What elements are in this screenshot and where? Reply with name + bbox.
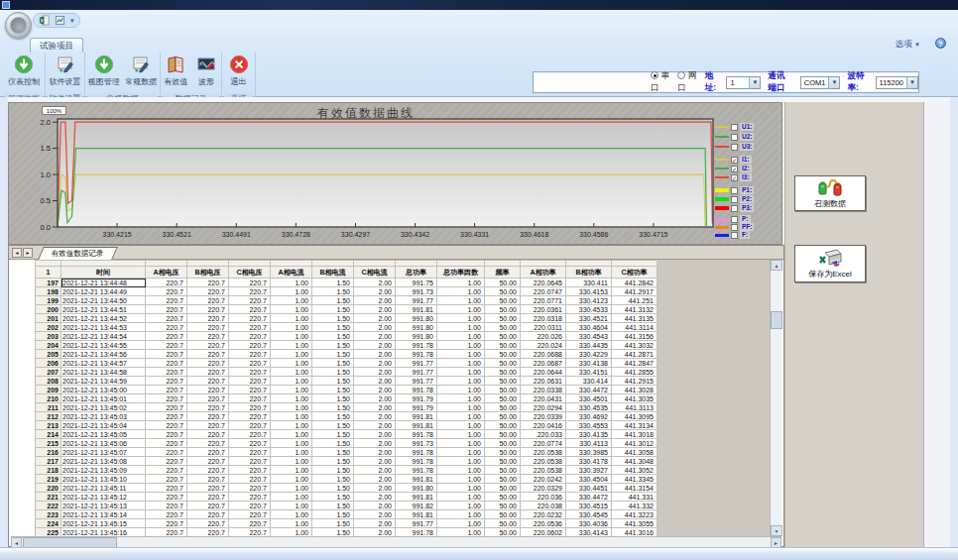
table-cell[interactable]: 50.00 bbox=[485, 332, 521, 341]
table-cell[interactable]: 220.7 bbox=[187, 466, 229, 475]
table-cell[interactable]: 220.7 bbox=[187, 341, 229, 350]
table-cell[interactable]: 2.00 bbox=[354, 341, 396, 350]
table-cell[interactable]: 330.4451 bbox=[566, 484, 612, 493]
table-cell[interactable]: 220.7 bbox=[187, 519, 229, 528]
table-cell[interactable]: 2.00 bbox=[354, 287, 396, 296]
table-cell[interactable]: 2.00 bbox=[354, 403, 396, 412]
row-header-cell[interactable]: 201 bbox=[36, 314, 61, 323]
table-cell[interactable]: 991.78 bbox=[396, 386, 437, 394]
legend-checkbox-P3[interactable] bbox=[731, 205, 738, 212]
table-cell[interactable]: 220.0431 bbox=[521, 394, 566, 403]
table-cell[interactable]: 2021-12-21 13:45:15 bbox=[61, 519, 146, 528]
legend-checkbox-I1[interactable]: ✓ bbox=[731, 157, 738, 164]
table-cell[interactable]: 1.50 bbox=[312, 350, 354, 359]
table-cell[interactable]: 1.00 bbox=[271, 279, 312, 287]
table-cell[interactable]: 1.50 bbox=[312, 519, 354, 528]
table-cell[interactable]: 220.7 bbox=[146, 439, 187, 448]
table-cell[interactable]: 991.78 bbox=[396, 448, 437, 457]
table-cell[interactable]: 220.0339 bbox=[521, 412, 566, 421]
row-header-cell[interactable]: 205 bbox=[36, 350, 61, 359]
table-cell[interactable]: 1.50 bbox=[312, 493, 354, 502]
table-cell[interactable]: 441.3345 bbox=[612, 475, 658, 484]
table-cell[interactable]: 2021-12-21 13:45:04 bbox=[61, 421, 146, 430]
table-cell[interactable]: 991.79 bbox=[396, 394, 437, 403]
table-cell[interactable]: 50.00 bbox=[485, 341, 521, 350]
table-cell[interactable]: 220.7 bbox=[187, 421, 229, 430]
table-cell[interactable]: 2.00 bbox=[354, 466, 396, 475]
column-header[interactable]: 时间 bbox=[61, 267, 146, 279]
table-cell[interactable]: 220.7 bbox=[229, 475, 271, 484]
table-cell[interactable]: 1.00 bbox=[437, 448, 485, 457]
waveform-button[interactable]: 波形 bbox=[191, 55, 222, 87]
table-cell[interactable]: 991.73 bbox=[396, 287, 437, 296]
table-cell[interactable]: 2.00 bbox=[354, 457, 396, 466]
table-cell[interactable]: 991.77 bbox=[396, 359, 437, 368]
save-as-excel-button[interactable]: 保存为Excel bbox=[794, 245, 866, 282]
table-cell[interactable]: 330.4501 bbox=[566, 394, 612, 403]
table-cell[interactable]: 220.7 bbox=[229, 519, 271, 528]
table-cell[interactable]: 2021-12-21 13:44:50 bbox=[61, 296, 146, 305]
table-cell[interactable]: 991.81 bbox=[396, 475, 437, 484]
table-cell[interactable]: 220.7 bbox=[146, 296, 187, 305]
regular-data-button[interactable]: 常规数据 bbox=[123, 55, 161, 87]
table-cell[interactable]: 2.00 bbox=[354, 279, 396, 287]
table-cell[interactable]: 220.038 bbox=[521, 502, 566, 510]
legend-checkbox-P2[interactable] bbox=[731, 196, 738, 203]
tab-test-project[interactable]: 试验项目 bbox=[30, 38, 83, 53]
table-cell[interactable]: 1.00 bbox=[271, 466, 312, 475]
table-cell[interactable]: 2021-12-21 13:45:00 bbox=[61, 386, 146, 394]
table-cell[interactable]: 330.4229 bbox=[566, 350, 612, 359]
table-cell[interactable]: 220.0687 bbox=[521, 359, 566, 368]
table-cell[interactable]: 1.50 bbox=[312, 403, 354, 412]
table-cell[interactable]: 2.00 bbox=[354, 350, 396, 359]
table-cell[interactable]: 2.00 bbox=[354, 510, 396, 519]
table-cell[interactable]: 441.3095 bbox=[612, 412, 658, 421]
table-cell[interactable]: 1.50 bbox=[312, 430, 354, 439]
table-cell[interactable]: 220.0232 bbox=[521, 510, 566, 519]
table-cell[interactable]: 1.00 bbox=[271, 323, 312, 332]
help-icon[interactable]: ? bbox=[935, 38, 946, 49]
table-cell[interactable]: 220.7 bbox=[187, 403, 229, 412]
scroll-up-icon[interactable]: ▲ bbox=[771, 260, 782, 271]
table-cell[interactable]: 1.50 bbox=[312, 314, 354, 323]
comm-port-select[interactable]: COM1▼ bbox=[800, 76, 841, 89]
table-cell[interactable]: 441.3058 bbox=[612, 448, 658, 457]
exit-button[interactable]: 退出 bbox=[222, 55, 255, 87]
table-cell[interactable]: 1.00 bbox=[437, 332, 485, 341]
table-cell[interactable]: 441.3035 bbox=[612, 394, 658, 403]
table-cell[interactable]: 991.77 bbox=[396, 519, 437, 528]
table-cell[interactable]: 441.3154 bbox=[612, 484, 658, 493]
table-cell[interactable]: 2.00 bbox=[354, 439, 396, 448]
table-cell[interactable]: 220.7 bbox=[146, 493, 187, 502]
table-cell[interactable]: 220.7 bbox=[146, 475, 187, 484]
options-menu-button[interactable]: 选项 ▼ bbox=[896, 39, 920, 51]
table-cell[interactable]: 441.3012 bbox=[612, 439, 658, 448]
table-cell[interactable]: 441.2915 bbox=[612, 377, 658, 386]
table-cell[interactable]: 2.00 bbox=[354, 332, 396, 341]
table-cell[interactable]: 441.3135 bbox=[612, 314, 658, 323]
table-cell[interactable]: 2021-12-21 13:44:56 bbox=[61, 350, 146, 359]
column-header[interactable]: A相电压 bbox=[146, 267, 187, 279]
table-cell[interactable]: 2.00 bbox=[354, 448, 396, 457]
column-header[interactable]: B相功率 bbox=[566, 267, 612, 279]
sheet-nav-left-icon[interactable]: ◄ bbox=[12, 248, 22, 258]
table-cell[interactable]: 330.4604 bbox=[566, 323, 612, 332]
table-cell[interactable]: 2.00 bbox=[354, 493, 396, 502]
table-cell[interactable]: 1.00 bbox=[437, 466, 485, 475]
table-cell[interactable]: 220.7 bbox=[146, 305, 187, 314]
table-cell[interactable]: 330.3927 bbox=[566, 466, 612, 475]
column-header[interactable]: A相功率 bbox=[521, 267, 566, 279]
table-cell[interactable]: 1.00 bbox=[271, 421, 312, 430]
table-cell[interactable]: 2.00 bbox=[354, 484, 396, 493]
table-cell[interactable]: 220.7 bbox=[229, 279, 271, 287]
table-cell[interactable]: 220.7 bbox=[187, 457, 229, 466]
row-header-cell[interactable]: 223 bbox=[36, 510, 61, 519]
table-cell[interactable]: 1.00 bbox=[437, 510, 485, 519]
table-cell[interactable]: 220.7 bbox=[229, 457, 271, 466]
table-cell[interactable]: 50.00 bbox=[485, 386, 521, 394]
row-header-cell[interactable]: 220 bbox=[36, 484, 61, 493]
table-cell[interactable]: 2021-12-21 13:45:13 bbox=[61, 502, 146, 510]
table-cell[interactable]: 220.7 bbox=[229, 510, 271, 519]
table-cell[interactable]: 330.4545 bbox=[566, 510, 612, 519]
table-cell[interactable]: 220.7 bbox=[146, 403, 187, 412]
